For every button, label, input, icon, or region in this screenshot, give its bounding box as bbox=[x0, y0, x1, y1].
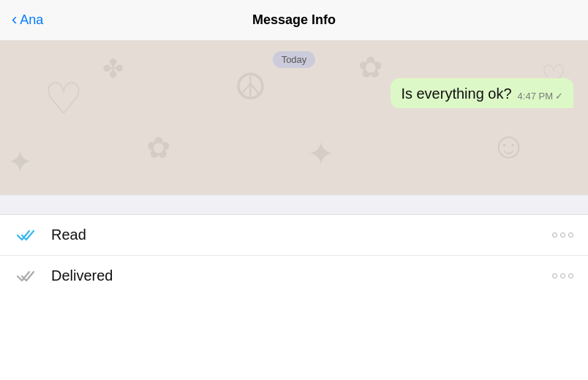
message-time: 4:47 PM bbox=[518, 91, 553, 102]
dot3 bbox=[568, 232, 573, 238]
svg-text:✿: ✿ bbox=[146, 132, 171, 164]
read-options-icon[interactable] bbox=[552, 232, 573, 238]
svg-text:✤: ✤ bbox=[102, 54, 124, 83]
dot1 bbox=[552, 273, 557, 278]
page-title: Message Info bbox=[252, 12, 336, 28]
chat-background: ♡ ✿ ☮ ✦ ♪ ☺ ✤ ✿ ♡ ✦ Today Is everything … bbox=[0, 41, 588, 194]
dot1 bbox=[552, 232, 557, 238]
message-bubble: Is everything ok? 4:47 PM ✓ bbox=[391, 78, 573, 108]
svg-text:✦: ✦ bbox=[7, 145, 33, 179]
svg-text:☺: ☺ bbox=[490, 125, 527, 166]
message-tick-icon: ✓ bbox=[555, 91, 563, 102]
delivered-row: Delivered bbox=[0, 256, 588, 296]
message-info-list: Read Delivered bbox=[0, 215, 588, 296]
read-double-tick-icon bbox=[15, 229, 38, 242]
back-label: Ana bbox=[20, 12, 43, 28]
svg-text:✦: ✦ bbox=[307, 135, 335, 172]
back-button[interactable]: ‹ Ana bbox=[12, 12, 43, 28]
read-label: Read bbox=[51, 227, 539, 243]
header: ‹ Ana Message Info bbox=[0, 0, 588, 41]
dot3 bbox=[568, 273, 573, 278]
back-chevron-icon: ‹ bbox=[12, 12, 17, 28]
dot2 bbox=[560, 232, 565, 238]
delivered-label: Delivered bbox=[51, 267, 539, 284]
svg-text:✿: ✿ bbox=[358, 51, 383, 83]
svg-text:☮: ☮ bbox=[234, 66, 267, 107]
section-separator bbox=[0, 194, 588, 215]
svg-text:♡: ♡ bbox=[44, 75, 83, 123]
delivered-double-tick-icon bbox=[15, 270, 38, 283]
delivered-options-icon[interactable] bbox=[552, 273, 573, 278]
dot2 bbox=[560, 273, 565, 278]
message-text: Is everything ok? bbox=[401, 86, 511, 102]
date-badge: Today bbox=[273, 51, 316, 68]
message-meta: 4:47 PM ✓ bbox=[518, 91, 563, 102]
read-row: Read bbox=[0, 215, 588, 256]
